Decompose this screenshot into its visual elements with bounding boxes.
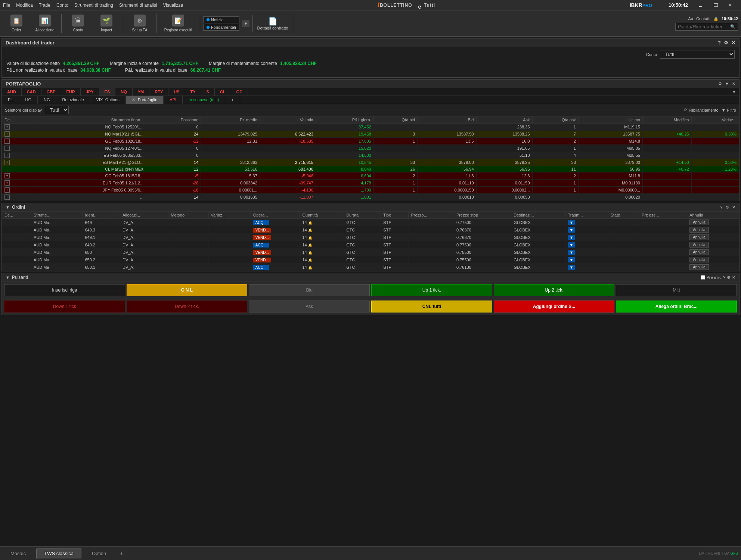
table-row[interactable]: + ES Mar19'21 @GLO... 14 3812.363 2,715,… xyxy=(2,159,739,166)
ask-button[interactable]: Ask xyxy=(249,301,370,312)
expand-icon[interactable]: + xyxy=(4,187,10,193)
allega-ordini-button[interactable]: Allega ordini Brac... xyxy=(616,301,737,312)
minimize-icon[interactable]: 🗕 xyxy=(698,3,703,8)
pre-insc-checkbox[interactable] xyxy=(701,275,705,280)
search-box[interactable]: 🔍 xyxy=(675,23,738,31)
orders-close-icon[interactable]: ✕ xyxy=(732,205,735,210)
tab-jpy[interactable]: JPY xyxy=(81,88,99,96)
cell-expand[interactable]: + xyxy=(2,138,35,145)
tab-option[interactable]: Option xyxy=(84,548,114,559)
menu-visualizza[interactable]: Visualizza xyxy=(163,3,183,8)
search-input[interactable] xyxy=(678,24,730,29)
subtab-rotazionale[interactable]: Rotazionale xyxy=(56,96,90,104)
table-row[interactable]: + NQ Feb05 12520/1... 0 37,452 238.35 1 … xyxy=(2,124,739,131)
orders-collapse-icon[interactable]: ▼ xyxy=(6,205,10,209)
down2tick-button[interactable]: Down 2 tick. xyxy=(127,301,248,312)
table-row[interactable]: + ES Feb05 3635/383... 0 14,500 51.10 4 … xyxy=(2,152,739,159)
cell-opera[interactable]: ACO... xyxy=(251,264,300,271)
tab-ty[interactable]: TY xyxy=(185,88,201,96)
trasm-dropdown[interactable]: ▼ xyxy=(568,257,575,262)
expand-icon[interactable]: + xyxy=(4,146,10,151)
cell-opera[interactable]: ACQ... xyxy=(251,241,300,249)
trasm-dropdown[interactable]: ▼ xyxy=(568,265,575,270)
cell-annulla[interactable]: Annulla xyxy=(687,241,739,249)
cell-annulla[interactable]: Annulla xyxy=(687,256,739,264)
tab-us[interactable]: US xyxy=(168,88,185,96)
mit-button[interactable]: Mi:t xyxy=(616,284,737,296)
cell-annulla[interactable]: Annulla xyxy=(687,226,739,234)
tab-cad[interactable]: CAD xyxy=(22,88,41,96)
expand-icon[interactable]: + xyxy=(4,180,10,186)
cell-expand[interactable] xyxy=(2,166,35,172)
annulla-button[interactable]: Annulla xyxy=(689,264,709,270)
registro-button[interactable]: 📝 Registro eseguiti xyxy=(159,12,197,35)
trasm-dropdown[interactable]: ▼ xyxy=(568,220,575,225)
cell-expand[interactable]: + xyxy=(2,187,35,194)
dashboard-settings-icon[interactable]: ⚙ xyxy=(724,40,728,46)
filter-icon[interactable]: ▼ xyxy=(729,88,739,96)
annulla-button[interactable]: Annulla xyxy=(689,220,709,225)
tab-s[interactable]: S xyxy=(201,88,215,96)
order-button[interactable]: 📋 Order xyxy=(3,12,30,35)
setup-fa-button[interactable]: ⚙ Setup FA xyxy=(126,12,153,35)
annulla-button[interactable]: Annulla xyxy=(689,242,709,248)
orders-help-icon[interactable]: ? xyxy=(720,205,722,210)
cell-opera[interactable]: VEND... xyxy=(251,226,300,234)
cell-annulla[interactable]: Annulla xyxy=(687,249,739,256)
cell-opera[interactable]: VEND... xyxy=(251,249,300,256)
down1tick-button[interactable]: Down 1 tick xyxy=(4,301,125,312)
aggiungi-ordine-button[interactable]: Aggiungi ordine S... xyxy=(494,301,615,312)
menu-modifica[interactable]: Modifica xyxy=(16,3,33,8)
filtro-button[interactable]: ▼ Filtro xyxy=(722,108,736,112)
menu-strumenti-analisi[interactable]: Strumenti di analisi xyxy=(119,3,157,8)
cnl-button[interactable]: C N L xyxy=(127,284,248,296)
trasm-dropdown[interactable]: ▼ xyxy=(568,227,575,233)
maximize-icon[interactable]: 🗖 xyxy=(713,3,718,8)
buttons-close-icon[interactable]: ✕ xyxy=(732,275,735,280)
table-row[interactable]: + GC Feb05 1820/18... -12 12.31 -18,635 … xyxy=(2,138,739,145)
cell-annulla[interactable]: Annulla xyxy=(687,264,739,271)
portfolio-close-icon[interactable]: ✕ xyxy=(732,81,735,86)
tab-nq[interactable]: NQ xyxy=(115,88,133,96)
table-row[interactable]: AUD Ma... 650 DV_A... VEND... 14 🔔 GTC S… xyxy=(2,249,739,256)
notizie-arrow[interactable]: ▼ xyxy=(242,20,249,27)
cell-expand[interactable]: + xyxy=(2,172,35,180)
contatti-button[interactable]: Contatti xyxy=(696,16,710,21)
table-row[interactable]: AUD Ma... 649.3 DV_A... VEND... 14 🔔 GTC… xyxy=(2,226,739,234)
tab-aud[interactable]: AUD xyxy=(2,88,22,96)
display-selector-select[interactable]: Tutti xyxy=(45,106,69,114)
tab-cl[interactable]: CL xyxy=(215,88,231,96)
table-row[interactable]: AUD Ma 650.1 DV_A... ACO... 14 🔔 GTC STP… xyxy=(2,264,739,271)
expand-icon[interactable]: + xyxy=(4,173,10,178)
cell-annulla[interactable]: Annulla xyxy=(687,219,739,226)
close-icon[interactable]: ✕ xyxy=(728,3,732,8)
buttons-settings-icon[interactable]: ⚙ xyxy=(727,275,731,280)
tab-mosaic[interactable]: Mosaic xyxy=(3,548,33,559)
trasm-dropdown[interactable]: ▼ xyxy=(568,250,575,255)
table-row[interactable]: AUD Ma... 649.1 DV_A... VEND... 14 🔔 GTC… xyxy=(2,234,739,241)
portfolio-help-icon[interactable]: ▼ xyxy=(725,81,729,86)
expand-icon[interactable]: + xyxy=(4,160,10,165)
tab-add-button[interactable]: + xyxy=(117,548,126,558)
table-row[interactable]: + NQ Feb05 12740/1... 0 15,820 191.65 1 … xyxy=(2,145,739,152)
trasm-dropdown[interactable]: ▼ xyxy=(568,235,575,240)
tab-es[interactable]: ES xyxy=(99,88,116,96)
table-row[interactable]: + JPY Feb05 0.0095/0... -16 0.00001... -… xyxy=(2,187,739,194)
table-row[interactable]: AUD Ma... 649.2 DV_A... ACQ... 14 🔔 GTC … xyxy=(2,241,739,249)
annulla-button[interactable]: Annulla xyxy=(689,257,709,262)
bid-button[interactable]: Bid xyxy=(249,284,370,296)
annulla-button[interactable]: Annulla xyxy=(689,234,709,240)
cell-annulla[interactable]: Annulla xyxy=(687,234,739,241)
trasm-dropdown[interactable]: ▼ xyxy=(568,242,575,248)
dashboard-help-icon[interactable]: ? xyxy=(718,40,721,46)
up1tick-button[interactable]: Up 1 tick. xyxy=(371,284,492,296)
buttons-help-icon[interactable]: ? xyxy=(723,275,725,280)
subtab-plus[interactable]: + xyxy=(225,96,240,104)
table-row[interactable]: + NQ Mar19'21 @GL... 24 13479.025 6,522,… xyxy=(2,131,739,138)
cell-expand[interactable]: + xyxy=(2,159,35,166)
allocazione-button[interactable]: 📊 Allocazione xyxy=(31,12,58,35)
tab-ym[interactable]: YM xyxy=(133,88,150,96)
cell-opera[interactable]: VEND... xyxy=(251,234,300,241)
subtab-api[interactable]: API xyxy=(164,96,183,104)
fondamentali-button[interactable]: Fondamentali xyxy=(203,24,239,31)
